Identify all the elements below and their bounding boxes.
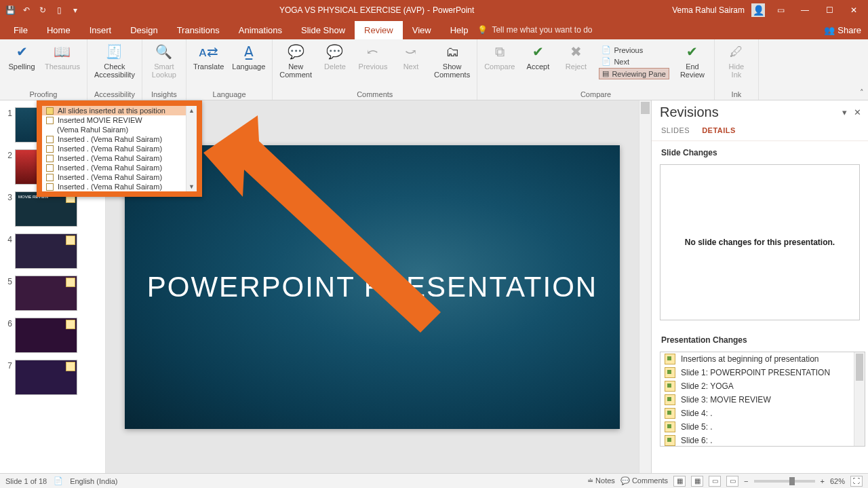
checkbox-icon[interactable] [46,174,54,181]
slide-thumbnail[interactable] [15,233,77,269]
checkbox-icon[interactable] [46,164,54,172]
presentation-change-item[interactable]: Slide 2: YOGA [660,379,865,393]
smart-lookup-button[interactable]: 🔍Smart Lookup [149,42,179,79]
zoom-level[interactable]: 62% [830,477,845,485]
maximize-icon[interactable]: ☐ [821,3,838,17]
balloon-item[interactable]: Inserted . (Vema Rahul Sairam) [42,163,197,172]
zoom-slider[interactable] [754,480,815,483]
redo-icon[interactable]: ↻ [37,4,49,16]
comments-button[interactable]: 💬 Comments [620,476,668,485]
checkbox-icon[interactable] [46,117,54,124]
balloon-item[interactable]: Inserted . (Vema Rahul Sairam) [42,153,197,163]
slide-thumbnail[interactable] [15,360,77,395]
next-change-button[interactable]: 📄 Next [599,56,632,67]
normal-view-icon[interactable]: ▦ [673,476,686,487]
user-avatar-icon[interactable]: 👤 [751,3,765,17]
revisions-tab-slides[interactable]: SLIDES [661,124,690,138]
balloon-item[interactable]: Inserted . (Vema Rahul Sairam) [42,182,197,191]
delete-comment-button[interactable]: 💬Delete [320,42,350,71]
tab-slideshow[interactable]: Slide Show [292,21,355,39]
checkbox-icon[interactable] [46,107,54,115]
thumb-number: 1 [5,107,12,118]
check-accessibility-button[interactable]: 🧾Check Accessibility [94,42,135,79]
hide-ink-button[interactable]: 🖊Hide Ink [722,42,751,79]
reviewing-pane-button[interactable]: ▤ Reviewing Pane [599,68,669,79]
balloon-item[interactable]: Inserted . (Vema Rahul Sairam) [42,144,197,153]
ribbon-display-options-icon[interactable]: ▭ [772,3,789,17]
presentation-change-item[interactable]: Slide 3: MOVIE REVIEW [660,393,865,407]
qat-more-icon[interactable]: ▾ [69,4,81,16]
previous-change-button[interactable]: 📄 Previous [599,45,646,55]
show-comments-button[interactable]: 🗂Show Comments [434,42,470,79]
thesaurus-button[interactable]: 📖Thesaurus [45,42,80,71]
accept-button[interactable]: ✔Accept [523,42,553,71]
notes-button[interactable]: ≐ Notes [587,476,615,485]
slide-counter[interactable]: Slide 1 of 18 [5,477,47,485]
tab-review[interactable]: Review [355,21,403,39]
compare-button[interactable]: ⧉Compare [484,42,515,71]
new-comment-button[interactable]: 💬New Comment [279,42,312,79]
close-icon[interactable]: ✕ [845,3,863,17]
tab-view[interactable]: View [403,21,441,39]
change-icon [665,408,675,419]
checkbox-icon[interactable] [46,136,54,143]
tell-me-search[interactable]: 💡 Tell me what you want to do [477,25,592,35]
share-icon: 👥 [824,25,835,35]
tab-file[interactable]: File [4,21,37,39]
save-icon[interactable]: 💾 [4,4,16,16]
checkbox-icon[interactable] [46,155,54,162]
slide-sorter-view-icon[interactable]: ▦ [691,476,703,487]
scroll-up-icon[interactable]: ▲ [186,106,197,115]
previous-comment-button[interactable]: ⤺Previous [358,42,388,71]
undo-icon[interactable]: ↶ [20,4,33,16]
scroll-down-icon[interactable]: ▼ [186,182,197,191]
spellcheck-status-icon[interactable]: 📄 [54,476,63,485]
reading-view-icon[interactable]: ▭ [709,476,721,487]
presentation-changes-scrollbar[interactable] [854,352,865,446]
translate-button[interactable]: ᴀ⇄Translate [193,42,224,71]
presentation-change-item[interactable]: Slide 1: POWERPOINT PRESENTATION [660,366,865,379]
tab-animations[interactable]: Animations [229,21,292,39]
revisions-tab-details[interactable]: DETAILS [702,124,736,138]
minimize-icon[interactable]: — [796,3,814,17]
tab-design[interactable]: Design [121,21,167,39]
end-review-button[interactable]: ✔End Review [677,42,707,79]
reject-button[interactable]: ✖Reject [561,42,591,71]
balloon-item[interactable]: Inserted . (Vema Rahul Sairam) [42,172,197,182]
share-button[interactable]: 👥 Share [824,25,864,35]
collapse-ribbon-icon[interactable]: ˄ [860,88,864,97]
checkbox-icon[interactable] [46,183,54,191]
slide-thumbnail[interactable] [15,318,77,353]
start-from-beginning-icon[interactable]: ▯ [53,4,65,16]
balloon-item[interactable]: Inserted . (Vema Rahul Sairam) [42,134,197,144]
slide-title-text[interactable]: POWERPOINT PRESENTATION [147,271,597,303]
tab-help[interactable]: Help [441,21,478,39]
balloon-header[interactable]: All slides inserted at this position [42,106,197,115]
thumb-number: 7 [5,360,12,371]
tab-insert[interactable]: Insert [80,21,121,39]
presentation-change-item[interactable]: Slide 4: . [660,407,865,420]
pane-close-icon[interactable]: ✕ [854,107,861,117]
canvas-scrollbar[interactable] [639,100,651,473]
zoom-in-icon[interactable]: + [821,477,825,485]
pane-options-icon[interactable]: ▾ [842,107,847,117]
title-separator: - [427,5,430,15]
next-comment-button[interactable]: ⤻Next [396,42,426,71]
zoom-out-icon[interactable]: − [744,477,748,485]
spelling-button[interactable]: ✔Spelling [7,42,37,71]
presentation-change-item[interactable]: Slide 5: . [660,420,865,434]
balloon-scrollbar[interactable]: ▲▼ [186,106,197,191]
revisions-title: Revisions [660,105,719,120]
presentation-change-item[interactable]: Insertions at beginning of presentation [660,352,865,366]
checkbox-icon[interactable] [46,145,54,153]
slideshow-view-icon[interactable]: ▭ [726,476,738,487]
language-button[interactable]: A̲Language [232,42,265,71]
presentation-change-item[interactable]: Slide 6: . [660,434,865,447]
tab-transitions[interactable]: Transitions [167,21,229,39]
balloon-item[interactable]: Inserted MOVIE REVIEW [42,115,197,125]
slide-thumbnail[interactable] [15,276,77,311]
fit-to-window-icon[interactable]: ⛶ [850,476,863,487]
ribbon-tabs: File Home Insert Design Transitions Anim… [0,20,868,39]
language-status[interactable]: English (India) [70,477,117,485]
tab-home[interactable]: Home [37,21,80,39]
